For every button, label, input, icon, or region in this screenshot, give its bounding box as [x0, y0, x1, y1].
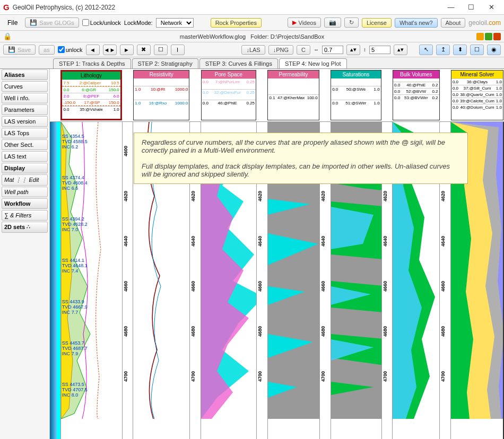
rock-properties-button[interactable]: Rock Properties	[211, 18, 262, 28]
depth-label: 4680	[383, 326, 388, 337]
hide-track-button[interactable]: ☐	[154, 45, 168, 55]
close-button[interactable]: ✕	[482, 2, 501, 13]
track-lithology[interactable]: SS 4354.5TVD 4588.5INC 6.2SS 4374.4TVD 4…	[60, 122, 123, 439]
depth-label: 4680	[123, 326, 128, 337]
camera-button[interactable]: 📷	[324, 17, 341, 28]
tool-d-button[interactable]: ☐	[470, 45, 484, 55]
close-icon[interactable]	[493, 33, 501, 40]
depth-label: 4660	[190, 281, 196, 292]
whatsnew-button[interactable]: What's new?	[395, 18, 438, 28]
track-head-porespace[interactable]: Pore Space 0.07:@NPorLim0.25 0.032:@Dens…	[201, 70, 256, 120]
tool-a-button[interactable]: ↖	[419, 45, 433, 55]
tab-step4[interactable]: STEP 4: New log Plot	[279, 58, 347, 68]
depth-label: 4660	[257, 281, 263, 292]
tool-e-button[interactable]: ◉	[487, 45, 501, 55]
arrow-left-button[interactable]: ◄	[86, 45, 100, 55]
maximize-button[interactable]: ☐	[462, 2, 481, 13]
sidebar-wellinfo[interactable]: Well i nfo.	[2, 93, 48, 103]
export-las-button[interactable]: ↓LAS	[241, 45, 265, 55]
secondary-toolbar: 💾 Save as unlock ◄ ◄► ► ✖ ☐ I ↓LAS ↓PNG …	[0, 42, 504, 57]
well-marker: SS 4354.5TVD 4588.5INC 6.2	[62, 134, 88, 150]
export-png-button[interactable]: ↓PNG	[268, 45, 293, 55]
well-marker: SS 4414.1TVD 4648.1INC 7.4	[62, 258, 88, 274]
arrow-leftright-button[interactable]: ◄►	[103, 45, 117, 55]
depth-label: 4700	[320, 371, 326, 382]
unlock-checkbox[interactable]: unlock	[58, 46, 83, 53]
depth-label: 4700	[383, 371, 388, 382]
file-menu[interactable]: File	[3, 17, 22, 28]
depth-label: 4700	[257, 371, 263, 382]
window-title: GeolOil Petrophysics, (c) 2012-2022	[13, 4, 441, 11]
sidebar-aliases[interactable]: Aliases	[2, 69, 48, 80]
delete-track-button[interactable]: ✖	[137, 45, 151, 55]
tool-c-button[interactable]: ⬍	[453, 45, 467, 55]
depth-strip-left	[50, 122, 57, 439]
depth-label: 4620	[383, 191, 388, 201]
depth-axis-1: 460046204640466046804700	[123, 122, 133, 439]
lockunlock-checkbox[interactable]: Lock/unlock	[82, 19, 121, 26]
sidebar-workflow[interactable]: Workflow	[2, 198, 48, 209]
sidebar: Aliases Curves Well i nfo. Parameters LA…	[0, 69, 50, 439]
window-icons[interactable]	[476, 33, 501, 40]
c-button[interactable]: C	[297, 45, 310, 55]
depth-label: 4680	[257, 326, 263, 337]
sidebar-matedit[interactable]: Mat ⋮⋮ Edit	[2, 174, 48, 186]
lockmode-select[interactable]: Network	[156, 18, 194, 28]
vscale-input[interactable]	[369, 46, 390, 54]
title-bar: G GeolOil Petrophysics, (c) 2012-2022 — …	[0, 0, 504, 15]
depth-label: 4640	[383, 236, 388, 247]
depth-label: 4640	[190, 236, 196, 247]
save-button[interactable]: 💾 Save	[3, 45, 36, 55]
depth-label: 4640	[320, 236, 326, 247]
sidebar-filters[interactable]: ∑ & Filters	[2, 210, 48, 221]
depth-label: 4620	[440, 191, 446, 201]
sidebar-parameters[interactable]: Parameters	[2, 104, 48, 115]
sidebar-wellpath[interactable]: Well path	[2, 187, 48, 197]
videos-button[interactable]: ▶ Videos	[288, 17, 321, 28]
tab-step1[interactable]: STEP 1: Tracks & Depths	[53, 58, 131, 68]
arrow-right-button[interactable]: ►	[120, 45, 134, 55]
minimize-button[interactable]: —	[441, 2, 460, 13]
save-as-button[interactable]: as	[39, 45, 55, 55]
save-glogs-button[interactable]: 💾 Save GLOGs	[25, 17, 79, 28]
max-icon[interactable]	[485, 33, 492, 40]
track-head-lithology[interactable]: Lithology 7.52:@Caliper10.5 0.06:@GR150.…	[60, 70, 121, 120]
tool-b-button[interactable]: ↥	[436, 45, 450, 55]
refresh-button[interactable]: ↻	[344, 17, 359, 28]
well-marker: SS 4453.7TVD 4687.7INC 7.9	[62, 340, 88, 356]
sidebar-curves[interactable]: Curves	[2, 81, 48, 92]
sidebar-display[interactable]: Display	[2, 163, 48, 173]
app-logo-icon: G	[3, 3, 10, 12]
menu-bar: File 💾 Save GLOGs Lock/unlock LockMode: …	[0, 15, 504, 31]
sidebar-othersect[interactable]: Other Sect.	[2, 139, 48, 150]
sidebar-lastext[interactable]: LAS text	[2, 151, 48, 162]
track-head-saturations[interactable]: Saturations 0.050:@SWe1.0 0.051:@SWirr1.…	[331, 70, 381, 120]
vscale-spin[interactable]: ▴▾	[394, 45, 407, 55]
sidebar-2dsets[interactable]: 2D sets ∴	[2, 222, 48, 233]
folder-path: D:\Projects\SandBox	[271, 33, 325, 40]
folder-label: Folder:	[250, 33, 268, 40]
sidebar-lastops[interactable]: LAS Tops	[2, 128, 48, 138]
depth-label: 4660	[123, 281, 128, 292]
depth-label: 4620	[320, 191, 326, 201]
tab-step3[interactable]: STEP 3: Curves & Fillings	[199, 58, 278, 68]
depth-label: 4620	[123, 191, 128, 201]
depth-label: 4640	[123, 236, 128, 247]
brand-link[interactable]: geoloil.com	[468, 19, 501, 27]
about-button[interactable]: About	[441, 18, 466, 28]
lock-icon[interactable]: 🔒	[3, 32, 12, 40]
license-button[interactable]: License	[362, 18, 392, 28]
track-headers: Lithology 7.52:@Caliper10.5 0.06:@GR150.…	[50, 69, 504, 122]
sidebar-lasversion[interactable]: LAS version	[2, 116, 48, 127]
track-head-resistivity[interactable]: Resistivity 1.010:@Rt1000.0 1.016:@Rxo10…	[133, 70, 189, 120]
track-head-mineralsolver[interactable]: Mineral Solver 0.036:@Clays1.0 0.037:@Si…	[451, 70, 503, 120]
track-head-bulkvolumes[interactable]: Bulk Volumes 0.046:@PhiE0.2 0.052:@BVW0.…	[393, 70, 439, 120]
hscale-spin[interactable]: ▴▾	[346, 45, 360, 55]
tab-step2[interactable]: STEP 2: Stratigraphy	[132, 58, 198, 68]
select-curve-button[interactable]: I	[171, 45, 185, 55]
depth-label: 4620	[257, 191, 263, 201]
min-icon[interactable]	[476, 33, 484, 40]
hscale-input[interactable]	[322, 46, 343, 54]
depth-label: 4680	[440, 326, 446, 337]
track-head-permeability[interactable]: Permeability 0.147:@KherMax100.0	[267, 70, 319, 120]
